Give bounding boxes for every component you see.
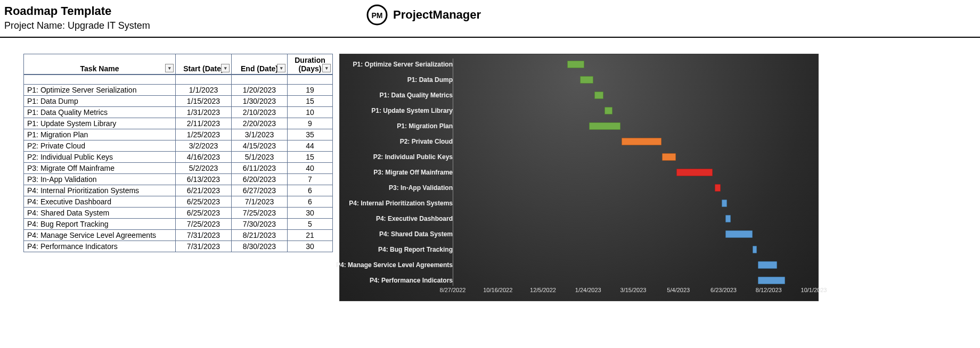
cell-start[interactable]: 7/31/2023 [176, 241, 232, 252]
table-row[interactable]: P2: Individual Public Keys4/16/20235/1/2… [24, 152, 333, 163]
table-row[interactable]: P4: Manage Service Level Agreements7/31/… [24, 230, 333, 241]
cell-duration[interactable]: 40 [288, 163, 333, 174]
gantt-bar[interactable] [758, 261, 777, 269]
gantt-bar[interactable] [594, 92, 603, 99]
cell-task[interactable]: P2: Private Cloud [24, 140, 176, 152]
cell-task[interactable]: P1: Optimize Server Serialization [24, 85, 176, 96]
cell-end[interactable]: 1/30/2023 [232, 96, 288, 107]
cell-task[interactable]: P1: Migration Plan [24, 129, 176, 140]
cell-start[interactable]: 6/25/2023 [176, 208, 232, 219]
cell-start[interactable]: 1/1/2023 [176, 85, 232, 96]
cell-end[interactable]: 2/20/2023 [232, 118, 288, 129]
cell-duration[interactable]: 9 [288, 118, 333, 129]
gantt-bar[interactable] [722, 200, 727, 207]
table-row[interactable]: P4: Performance Indicators7/31/20238/30/… [24, 241, 333, 252]
cell-duration[interactable]: 35 [288, 129, 333, 140]
col-start: Start (Date) ▾ [176, 54, 232, 74]
cell-end[interactable]: 5/1/2023 [232, 152, 288, 163]
gantt-bar[interactable] [753, 246, 757, 253]
gantt-x-tick: 12/5/2022 [530, 287, 556, 293]
gantt-bar[interactable] [589, 122, 620, 130]
cell-task[interactable]: P2: Individual Public Keys [24, 152, 176, 163]
gantt-bar[interactable] [725, 215, 731, 222]
cell-end[interactable]: 6/11/2023 [232, 163, 288, 174]
gantt-bar[interactable] [676, 169, 713, 176]
cell-end[interactable]: 7/30/2023 [232, 219, 288, 230]
gantt-bar[interactable] [715, 184, 721, 192]
cell-duration[interactable]: 21 [288, 230, 333, 241]
cell-duration[interactable]: 6 [288, 196, 333, 208]
cell-duration[interactable]: 5 [288, 219, 333, 230]
table-row[interactable]: P4: Internal Prioritization Systems6/21/… [24, 185, 333, 196]
cell-start[interactable]: 5/2/2023 [176, 163, 232, 174]
col-end: End (Date) ▾ [232, 54, 288, 74]
table-row[interactable]: P4: Shared Data System6/25/20237/25/2023… [24, 208, 333, 219]
cell-end[interactable]: 4/15/2023 [232, 140, 288, 152]
cell-end[interactable]: 7/1/2023 [232, 196, 288, 208]
cell-end[interactable]: 3/1/2023 [232, 129, 288, 140]
gantt-x-axis: 8/27/202210/16/202212/5/20221/24/20233/1… [340, 287, 818, 296]
cell-start[interactable]: 6/13/2023 [176, 174, 232, 185]
cell-duration[interactable]: 19 [288, 85, 333, 96]
cell-start[interactable]: 7/31/2023 [176, 230, 232, 241]
table-row[interactable]: P1: Update System Library2/11/20232/20/2… [24, 118, 333, 129]
table-row[interactable]: P3: In-App Validation6/13/20236/20/20237 [24, 174, 333, 185]
cell-task[interactable]: P4: Performance Indicators [24, 241, 176, 252]
filter-icon[interactable]: ▾ [165, 64, 174, 72]
cell-duration[interactable]: 6 [288, 185, 333, 196]
filter-icon[interactable]: ▾ [277, 64, 285, 72]
table-row[interactable]: P1: Data Quality Metrics1/31/20232/10/20… [24, 107, 333, 118]
table-row[interactable]: P1: Data Dump1/15/20231/30/202315 [24, 96, 333, 107]
filter-icon[interactable]: ▾ [221, 64, 230, 72]
gantt-bar[interactable] [567, 61, 584, 68]
cell-task[interactable]: P3: In-App Validation [24, 174, 176, 185]
gantt-bar[interactable] [725, 230, 753, 238]
cell-start[interactable]: 3/2/2023 [176, 140, 232, 152]
cell-task[interactable]: P1: Data Dump [24, 96, 176, 107]
cell-end[interactable]: 7/25/2023 [232, 208, 288, 219]
filter-icon[interactable]: ▾ [322, 64, 331, 72]
cell-task[interactable]: P4: Manage Service Level Agreements [24, 230, 176, 241]
cell-task[interactable]: P3: Migrate Off Mainframe [24, 163, 176, 174]
cell-start[interactable]: 1/25/2023 [176, 129, 232, 140]
cell-duration[interactable]: 15 [288, 96, 333, 107]
table-row[interactable]: P4: Bug Report Tracking7/25/20237/30/202… [24, 219, 333, 230]
gantt-bar[interactable] [580, 76, 593, 84]
cell-task[interactable]: P1: Update System Library [24, 118, 176, 129]
table-row[interactable]: P1: Optimize Server Serialization1/1/202… [24, 85, 333, 96]
gantt-bar[interactable] [662, 153, 675, 161]
cell-start[interactable]: 1/15/2023 [176, 96, 232, 107]
cell-duration[interactable]: 44 [288, 140, 333, 152]
gantt-bar[interactable] [605, 107, 612, 114]
cell-end[interactable]: 1/20/2023 [232, 85, 288, 96]
cell-duration[interactable]: 10 [288, 107, 333, 118]
cell-end[interactable]: 2/10/2023 [232, 107, 288, 118]
table-row[interactable]: P3: Migrate Off Mainframe5/2/20236/11/20… [24, 163, 333, 174]
cell-duration[interactable]: 15 [288, 152, 333, 163]
cell-start[interactable]: 4/16/2023 [176, 152, 232, 163]
cell-start[interactable]: 2/11/2023 [176, 118, 232, 129]
gantt-bar[interactable] [622, 138, 662, 145]
cell-task[interactable]: P4: Internal Prioritization Systems [24, 185, 176, 196]
cell-start[interactable]: 6/21/2023 [176, 185, 232, 196]
table-row[interactable]: P1: Migration Plan1/25/20233/1/202335 [24, 129, 333, 140]
cell-end[interactable]: 8/21/2023 [232, 230, 288, 241]
cell-task[interactable]: P4: Bug Report Tracking [24, 219, 176, 230]
table-row[interactable]: P2: Private Cloud3/2/20234/15/202344 [24, 140, 333, 152]
cell-task[interactable]: P4: Shared Data System [24, 208, 176, 219]
cell-start[interactable]: 7/25/2023 [176, 219, 232, 230]
gantt-bar[interactable] [758, 277, 785, 284]
cell-start[interactable]: 1/31/2023 [176, 107, 232, 118]
gantt-row-label: P1: Data Quality Metrics [380, 92, 453, 99]
cell-task[interactable]: P1: Data Quality Metrics [24, 107, 176, 118]
cell-duration[interactable]: 30 [288, 208, 333, 219]
gantt-x-tick: 1/24/2023 [575, 287, 601, 293]
cell-start[interactable]: 6/25/2023 [176, 196, 232, 208]
cell-duration[interactable]: 30 [288, 241, 333, 252]
cell-end[interactable]: 8/30/2023 [232, 241, 288, 252]
table-row[interactable]: P4: Executive Dashboard6/25/20237/1/2023… [24, 196, 333, 208]
cell-duration[interactable]: 7 [288, 174, 333, 185]
cell-task[interactable]: P4: Executive Dashboard [24, 196, 176, 208]
cell-end[interactable]: 6/20/2023 [232, 174, 288, 185]
cell-end[interactable]: 6/27/2023 [232, 185, 288, 196]
